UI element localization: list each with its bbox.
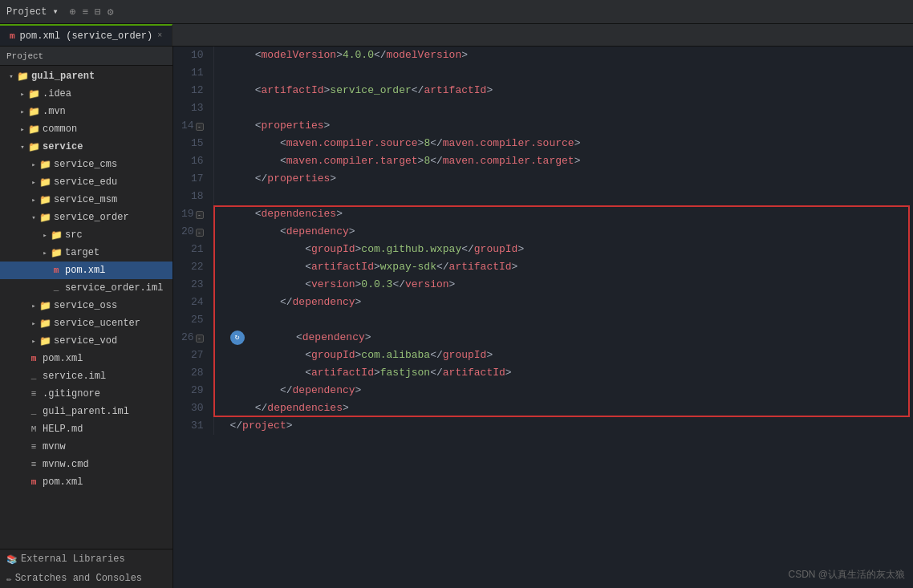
sidebar-item-service_vod[interactable]: ▸📁service_vod	[0, 332, 172, 350]
line-content-13	[213, 99, 913, 117]
sidebar-item-pom_xml_guli[interactable]: mpom.xml	[0, 473, 172, 491]
code-line-13: 13	[173, 99, 913, 117]
code-line-11: 11	[173, 64, 913, 82]
line-content-11	[213, 64, 913, 82]
sidebar-item-pom_xml_root[interactable]: mpom.xml	[0, 350, 172, 367]
line-number-17: 17	[173, 170, 213, 188]
tree-label-service_cms: service_cms	[54, 159, 117, 170]
tree-arrow-idea: ▸	[18, 90, 27, 99]
sidebar-item-mvnw_cmd[interactable]: ≡mvnw.cmd	[0, 456, 172, 473]
sidebar-item-service_oss[interactable]: ▸📁service_oss	[0, 297, 172, 314]
sidebar-item-service[interactable]: ▾📁service	[0, 138, 172, 156]
code-line-10: 10 <modelVersion>4.0.0</modelVersion>	[173, 47, 913, 64]
line-number-31: 31	[173, 417, 213, 435]
sidebar-item-mvn[interactable]: ▸📁.mvn	[0, 103, 172, 120]
tree-arrow-service_order: ▾	[29, 213, 39, 222]
project-menu[interactable]: Project ▾	[6, 6, 59, 18]
sidebar-item-service_order_iml[interactable]: _service_order.iml	[0, 279, 172, 297]
tree-arrow-target: ▸	[40, 249, 50, 258]
tree-arrow-guli_parent: ▾	[6, 72, 16, 81]
tree-label-mvnw: mvnw	[43, 441, 66, 452]
sidebar-item-guli_parent_iml[interactable]: _guli_parent.iml	[0, 403, 172, 420]
tree-label-common: common	[43, 124, 77, 135]
sidebar-item-service_edu[interactable]: ▸📁service_edu	[0, 173, 172, 191]
tree-label-guli_parent: guli_parent	[31, 71, 95, 82]
code-line-27: 27 <groupId>com.alibaba</groupId>	[173, 347, 913, 364]
line-content-29: </dependency>	[213, 382, 913, 399]
tab-close-button[interactable]: ×	[157, 31, 162, 40]
footer-icon-external-libraries: 📚	[6, 554, 18, 565]
code-line-28: 28 <artifactId>fastjson</artifactId>	[173, 364, 913, 382]
tree-icon-service_order: 📁	[39, 212, 51, 223]
tree-label-service_vod: service_vod	[54, 335, 117, 347]
line-number-12: 12	[173, 82, 213, 99]
tree-label-service: service	[43, 141, 83, 152]
tab-pom-xml[interactable]: m pom.xml (service_order) ×	[0, 24, 172, 46]
tab-bar: m pom.xml (service_order) ×	[0, 24, 913, 47]
sidebar-header: Project	[0, 47, 172, 66]
sidebar-tree[interactable]: ▾📁guli_parent▸📁.idea▸📁.mvn▸📁common▾📁serv…	[0, 66, 172, 549]
tree-arrow-common: ▸	[18, 125, 27, 134]
sidebar-item-mvnw[interactable]: ≡mvnw	[0, 438, 172, 456]
tree-icon-service_oss: 📁	[39, 300, 51, 311]
tab-file-icon: m	[10, 31, 15, 41]
sidebar-item-service_order[interactable]: ▾📁service_order	[0, 209, 172, 226]
line-content-16: <maven.compiler.target>8</maven.compiler…	[213, 152, 913, 170]
fold-icon-14[interactable]: -	[196, 123, 204, 131]
line-content-30: </dependencies>	[213, 399, 913, 417]
code-line-15: 15 <maven.compiler.source>8</maven.compi…	[173, 135, 913, 152]
line-number-10: 10	[173, 47, 213, 64]
tree-label-pom_xml_guli: pom.xml	[43, 476, 83, 488]
line-content-26: ↻ <dependency>	[213, 329, 913, 347]
tree-icon-guli_parent_iml: _	[27, 406, 40, 417]
line-number-21: 21	[173, 241, 213, 258]
line-number-30: 30	[173, 399, 213, 417]
tree-label-service_oss: service_oss	[54, 300, 117, 311]
sidebar-item-service_msm[interactable]: ▸📁service_msm	[0, 191, 172, 209]
code-line-16: 16 <maven.compiler.target>8</maven.compi…	[173, 152, 913, 170]
tree-icon-mvnw_cmd: ≡	[27, 459, 40, 470]
sidebar-item-common[interactable]: ▸📁common	[0, 120, 172, 138]
sidebar-item-target[interactable]: ▸📁target	[0, 244, 172, 262]
refresh-badge-26[interactable]: ↻	[230, 330, 245, 345]
code-line-17: 17 </properties>	[173, 170, 913, 188]
sidebar-footer-scratches[interactable]: ✏Scratches and Consoles	[0, 569, 172, 588]
sidebar-item-src[interactable]: ▸📁src	[0, 226, 172, 244]
fold-icon-20[interactable]: -	[196, 229, 204, 237]
toolbar-icons: ⊕ ≡ ⊟ ⚙	[70, 6, 114, 18]
fold-icon-26[interactable]: -	[196, 335, 204, 343]
tree-label-service_ucenter: service_ucenter	[54, 318, 140, 329]
sidebar-item-gitignore[interactable]: ≡.gitignore	[0, 385, 172, 403]
sidebar-item-service_ucenter[interactable]: ▸📁service_ucenter	[0, 314, 172, 332]
line-content-12: <artifactId>service_order</artifactId>	[213, 82, 913, 99]
code-line-29: 29 </dependency>	[173, 382, 913, 399]
line-number-24: 24	[173, 294, 213, 311]
editor-area: 10 <modelVersion>4.0.0</modelVersion>11 …	[173, 47, 913, 588]
tree-label-service_edu: service_edu	[54, 176, 117, 188]
editor-content[interactable]: 10 <modelVersion>4.0.0</modelVersion>11 …	[173, 47, 913, 588]
line-content-17: </properties>	[213, 170, 913, 188]
sidebar-item-idea[interactable]: ▸📁.idea	[0, 85, 172, 103]
line-content-18	[213, 188, 913, 205]
sidebar-item-pom_xml[interactable]: mpom.xml	[0, 262, 172, 279]
line-content-20: <dependency>	[213, 223, 913, 241]
sidebar-item-service_cms[interactable]: ▸📁service_cms	[0, 156, 172, 173]
sidebar-footer-external-libraries[interactable]: 📚External Libraries	[0, 549, 172, 569]
tree-arrow-service_vod: ▸	[29, 337, 39, 346]
line-number-19: 19-	[173, 205, 213, 223]
tree-arrow-src: ▸	[40, 231, 50, 240]
sidebar-item-help_md[interactable]: MHELP.md	[0, 420, 172, 438]
tree-icon-mvnw: ≡	[27, 441, 40, 452]
code-line-26: 26-↻ <dependency>	[173, 329, 913, 347]
tree-label-service_msm: service_msm	[54, 194, 117, 205]
line-content-24: </dependency>	[213, 294, 913, 311]
sidebar-item-service_iml[interactable]: _service.iml	[0, 367, 172, 385]
tree-icon-service: 📁	[27, 141, 40, 152]
line-content-28: <artifactId>fastjson</artifactId>	[213, 364, 913, 382]
footer-label-external-libraries: External Libraries	[21, 554, 125, 565]
sidebar-item-guli_parent[interactable]: ▾📁guli_parent	[0, 67, 172, 85]
tree-label-pom_xml: pom.xml	[65, 265, 105, 276]
line-number-20: 20-	[173, 223, 213, 241]
fold-icon-19[interactable]: -	[196, 211, 204, 219]
tree-label-guli_parent_iml: guli_parent.iml	[43, 406, 129, 417]
